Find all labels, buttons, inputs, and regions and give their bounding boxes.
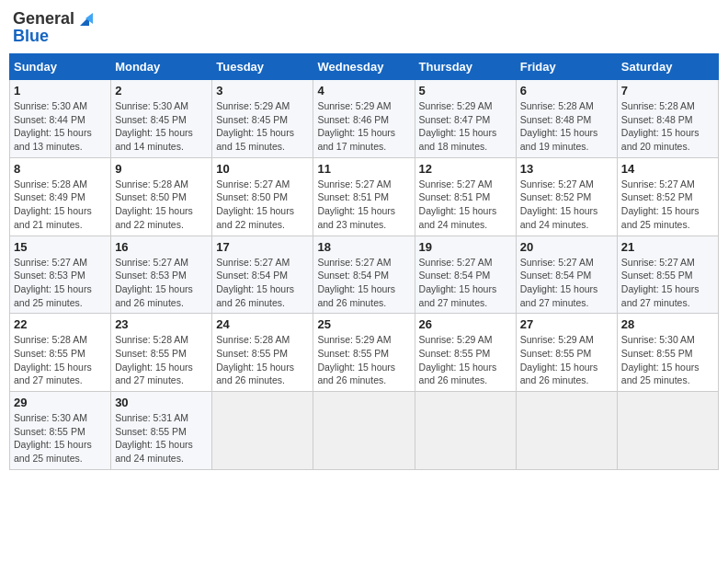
- day-number: 12: [419, 162, 512, 176]
- calendar-cell: 7 Sunrise: 5:28 AM Sunset: 8:48 PM Dayli…: [617, 80, 718, 158]
- day-number: 23: [115, 317, 208, 331]
- day-number: 26: [419, 317, 512, 331]
- day-info: Sunrise: 5:27 AM Sunset: 8:50 PM Dayligh…: [216, 178, 309, 232]
- calendar-week-row: 8 Sunrise: 5:28 AM Sunset: 8:49 PM Dayli…: [10, 157, 719, 236]
- calendar-cell: 30 Sunrise: 5:31 AM Sunset: 8:55 PM Dayl…: [111, 392, 212, 470]
- day-info: Sunrise: 5:29 AM Sunset: 8:55 PM Dayligh…: [520, 333, 613, 387]
- day-info: Sunrise: 5:28 AM Sunset: 8:49 PM Dayligh…: [14, 178, 107, 232]
- day-number: 18: [317, 240, 410, 254]
- day-info: Sunrise: 5:27 AM Sunset: 8:52 PM Dayligh…: [520, 178, 613, 232]
- calendar-cell: 20 Sunrise: 5:27 AM Sunset: 8:54 PM Dayl…: [516, 236, 617, 314]
- header-thursday: Thursday: [415, 54, 516, 80]
- day-number: 27: [520, 317, 613, 331]
- calendar-cell: 24 Sunrise: 5:28 AM Sunset: 8:55 PM Dayl…: [212, 314, 313, 392]
- day-info: Sunrise: 5:30 AM Sunset: 8:45 PM Dayligh…: [115, 99, 208, 154]
- calendar-cell: 1 Sunrise: 5:30 AM Sunset: 8:44 PM Dayli…: [10, 80, 111, 158]
- calendar-cell: 14 Sunrise: 5:27 AM Sunset: 8:52 PM Dayl…: [617, 157, 718, 236]
- day-number: 8: [14, 162, 107, 176]
- calendar-cell: [212, 392, 313, 470]
- page-header: General Blue: [9, 9, 719, 46]
- day-info: Sunrise: 5:27 AM Sunset: 8:53 PM Dayligh…: [115, 256, 208, 310]
- calendar-cell: 25 Sunrise: 5:29 AM Sunset: 8:55 PM Dayl…: [313, 314, 415, 392]
- day-info: Sunrise: 5:28 AM Sunset: 8:50 PM Dayligh…: [115, 178, 208, 232]
- calendar-cell: 29 Sunrise: 5:30 AM Sunset: 8:55 PM Dayl…: [10, 392, 111, 470]
- day-info: Sunrise: 5:27 AM Sunset: 8:52 PM Dayligh…: [621, 178, 714, 232]
- calendar-week-row: 22 Sunrise: 5:28 AM Sunset: 8:55 PM Dayl…: [10, 314, 719, 392]
- calendar-cell: 2 Sunrise: 5:30 AM Sunset: 8:45 PM Dayli…: [111, 80, 212, 158]
- calendar-cell: 13 Sunrise: 5:27 AM Sunset: 8:52 PM Dayl…: [516, 157, 617, 236]
- calendar-cell: 17 Sunrise: 5:27 AM Sunset: 8:54 PM Dayl…: [212, 236, 313, 314]
- calendar-cell: [313, 392, 415, 470]
- day-number: 22: [14, 317, 107, 331]
- header-sunday: Sunday: [10, 54, 111, 80]
- day-number: 9: [115, 162, 208, 176]
- day-number: 15: [14, 240, 107, 254]
- calendar-cell: [617, 392, 718, 470]
- day-info: Sunrise: 5:27 AM Sunset: 8:54 PM Dayligh…: [216, 256, 309, 310]
- day-number: 29: [14, 396, 107, 409]
- calendar-cell: 3 Sunrise: 5:29 AM Sunset: 8:45 PM Dayli…: [212, 80, 313, 158]
- header-friday: Friday: [516, 54, 617, 80]
- day-number: 5: [419, 84, 512, 98]
- calendar-week-row: 1 Sunrise: 5:30 AM Sunset: 8:44 PM Dayli…: [10, 80, 719, 158]
- day-info: Sunrise: 5:28 AM Sunset: 8:55 PM Dayligh…: [216, 333, 309, 387]
- day-info: Sunrise: 5:28 AM Sunset: 8:55 PM Dayligh…: [14, 333, 107, 387]
- day-number: 30: [115, 396, 208, 409]
- calendar-cell: 10 Sunrise: 5:27 AM Sunset: 8:50 PM Dayl…: [212, 157, 313, 236]
- day-number: 24: [216, 317, 309, 331]
- day-info: Sunrise: 5:27 AM Sunset: 8:54 PM Dayligh…: [419, 256, 512, 310]
- calendar-cell: 18 Sunrise: 5:27 AM Sunset: 8:54 PM Dayl…: [313, 236, 415, 314]
- header-saturday: Saturday: [617, 54, 718, 80]
- logo: General Blue: [13, 9, 93, 46]
- day-info: Sunrise: 5:27 AM Sunset: 8:55 PM Dayligh…: [621, 256, 714, 310]
- header-tuesday: Tuesday: [212, 54, 313, 80]
- day-info: Sunrise: 5:27 AM Sunset: 8:53 PM Dayligh…: [14, 256, 107, 310]
- day-number: 19: [419, 240, 512, 254]
- calendar-cell: 27 Sunrise: 5:29 AM Sunset: 8:55 PM Dayl…: [516, 314, 617, 392]
- day-number: 13: [520, 162, 613, 176]
- calendar-cell: 19 Sunrise: 5:27 AM Sunset: 8:54 PM Dayl…: [415, 236, 516, 314]
- calendar-cell: 9 Sunrise: 5:28 AM Sunset: 8:50 PM Dayli…: [111, 157, 212, 236]
- day-number: 3: [216, 84, 309, 98]
- day-number: 14: [621, 162, 714, 176]
- header-monday: Monday: [111, 54, 212, 80]
- day-number: 25: [317, 317, 410, 331]
- day-info: Sunrise: 5:31 AM Sunset: 8:55 PM Dayligh…: [115, 411, 208, 465]
- calendar-cell: 5 Sunrise: 5:29 AM Sunset: 8:47 PM Dayli…: [415, 80, 516, 158]
- calendar-cell: 6 Sunrise: 5:28 AM Sunset: 8:48 PM Dayli…: [516, 80, 617, 158]
- weekday-header-row: Sunday Monday Tuesday Wednesday Thursday…: [10, 54, 719, 80]
- calendar-cell: [415, 392, 516, 470]
- day-info: Sunrise: 5:29 AM Sunset: 8:45 PM Dayligh…: [216, 99, 309, 154]
- day-number: 16: [115, 240, 208, 254]
- day-info: Sunrise: 5:27 AM Sunset: 8:51 PM Dayligh…: [419, 178, 512, 232]
- calendar-week-row: 29 Sunrise: 5:30 AM Sunset: 8:55 PM Dayl…: [10, 392, 719, 470]
- day-number: 17: [216, 240, 309, 254]
- day-number: 7: [621, 84, 714, 98]
- day-info: Sunrise: 5:30 AM Sunset: 8:44 PM Dayligh…: [14, 99, 107, 154]
- calendar-cell: 21 Sunrise: 5:27 AM Sunset: 8:55 PM Dayl…: [617, 236, 718, 314]
- calendar-cell: 26 Sunrise: 5:29 AM Sunset: 8:55 PM Dayl…: [415, 314, 516, 392]
- day-number: 10: [216, 162, 309, 176]
- header-wednesday: Wednesday: [313, 54, 415, 80]
- calendar-cell: 22 Sunrise: 5:28 AM Sunset: 8:55 PM Dayl…: [10, 314, 111, 392]
- day-info: Sunrise: 5:30 AM Sunset: 8:55 PM Dayligh…: [621, 333, 714, 387]
- calendar-cell: 23 Sunrise: 5:28 AM Sunset: 8:55 PM Dayl…: [111, 314, 212, 392]
- day-info: Sunrise: 5:28 AM Sunset: 8:48 PM Dayligh…: [520, 99, 613, 154]
- day-info: Sunrise: 5:29 AM Sunset: 8:46 PM Dayligh…: [317, 99, 410, 154]
- day-number: 2: [115, 84, 208, 98]
- day-info: Sunrise: 5:28 AM Sunset: 8:55 PM Dayligh…: [115, 333, 208, 387]
- day-info: Sunrise: 5:29 AM Sunset: 8:55 PM Dayligh…: [317, 333, 410, 387]
- day-number: 20: [520, 240, 613, 254]
- calendar-week-row: 15 Sunrise: 5:27 AM Sunset: 8:53 PM Dayl…: [10, 236, 719, 314]
- day-number: 28: [621, 317, 714, 331]
- logo-blue: Blue: [13, 27, 49, 46]
- day-number: 11: [317, 162, 410, 176]
- day-number: 1: [14, 84, 107, 98]
- calendar-cell: 11 Sunrise: 5:27 AM Sunset: 8:51 PM Dayl…: [313, 157, 415, 236]
- day-info: Sunrise: 5:29 AM Sunset: 8:55 PM Dayligh…: [419, 333, 512, 387]
- calendar-cell: 28 Sunrise: 5:30 AM Sunset: 8:55 PM Dayl…: [617, 314, 718, 392]
- calendar-cell: 15 Sunrise: 5:27 AM Sunset: 8:53 PM Dayl…: [10, 236, 111, 314]
- calendar-cell: 16 Sunrise: 5:27 AM Sunset: 8:53 PM Dayl…: [111, 236, 212, 314]
- logo-general: General: [13, 9, 74, 29]
- day-number: 6: [520, 84, 613, 98]
